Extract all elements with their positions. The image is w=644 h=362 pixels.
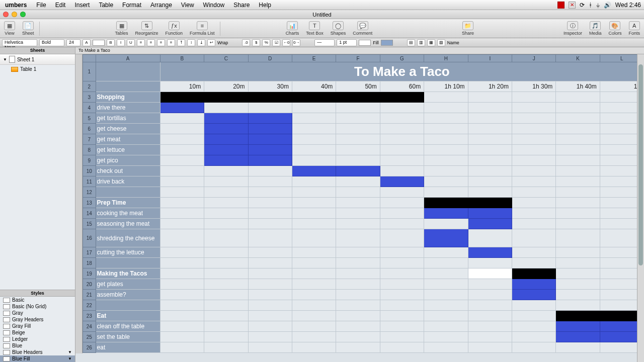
menu-window[interactable]: Window [199,2,229,9]
row-header-7[interactable]: 7 [83,134,96,145]
col-header-K[interactable]: K [556,55,600,62]
data-table[interactable]: ABCDEFGHIJKL1To Make a Taco210m20m30m40m… [83,54,644,353]
cell[interactable] [556,279,600,290]
cell[interactable] [468,219,512,229]
cell[interactable] [424,208,468,219]
style-row[interactable]: Blue Headers▼ [0,349,75,355]
chevron-down-icon[interactable]: ▼ [68,350,72,354]
row-header-10[interactable]: 10 [83,166,96,176]
cell[interactable] [336,279,380,290]
cell[interactable] [380,219,424,229]
align-center-button[interactable]: ≡ [147,39,155,46]
row-header-16[interactable]: 16 [83,229,96,247]
cell[interactable] [160,113,204,124]
row-header-14[interactable]: 14 [83,208,96,219]
row-header-5[interactable]: 5 [83,113,96,124]
cell[interactable] [512,219,555,229]
sync-icon[interactable]: ⟳ [580,2,585,9]
cell[interactable] [292,198,336,208]
cell[interactable] [160,219,204,229]
menu-edit[interactable]: Edit [51,2,70,9]
cell[interactable] [424,124,468,134]
time-header-cell[interactable]: 30m [248,81,292,92]
cell[interactable] [248,103,292,113]
row-header-15[interactable]: 15 [83,219,96,229]
row-label-cell[interactable]: assemble? [96,290,160,300]
cell[interactable] [292,145,336,155]
colors-button[interactable]: 🎨Colors [608,21,621,36]
underline-button[interactable]: U [127,39,135,46]
align-right-button[interactable]: ≡ [157,39,165,46]
cell[interactable] [204,229,248,247]
row-label-cell[interactable]: get tortillas [96,113,160,124]
cell[interactable] [292,321,336,332]
cell[interactable] [336,198,380,208]
stroke-color-swatch[interactable] [359,40,371,46]
cell[interactable] [248,208,292,219]
cell[interactable] [556,342,600,353]
table-handle[interactable] [75,54,83,353]
cell[interactable] [380,300,424,311]
time-header-cell[interactable]: 50m [336,81,380,92]
row-label-cell[interactable] [96,258,160,268]
cell[interactable] [424,342,468,353]
cell[interactable] [160,311,204,321]
col-header-B[interactable]: B [160,55,204,62]
cell[interactable] [160,279,204,290]
textbox-button[interactable]: TText Box [306,21,324,36]
cell[interactable] [468,258,512,268]
cell[interactable] [160,229,204,247]
style-row[interactable]: Basic [0,297,75,303]
cell[interactable] [424,300,468,311]
col-header-H[interactable]: H [424,55,468,62]
cell[interactable] [204,258,248,268]
cell[interactable] [160,247,204,258]
cell[interactable] [556,247,600,258]
menu-help[interactable]: Help [254,2,276,9]
cell[interactable] [204,208,248,219]
cell[interactable] [468,187,512,198]
cell[interactable] [512,300,555,311]
cell[interactable] [204,219,248,229]
bold-button[interactable]: B [107,39,115,46]
cell[interactable] [556,332,600,342]
zoom-button[interactable] [20,12,26,17]
cell[interactable] [160,145,204,155]
row-header-21[interactable]: 21 [83,290,96,300]
time-header-cell[interactable]: 1h 40m [556,81,600,92]
cell[interactable] [248,113,292,124]
volume-icon[interactable]: 🔊 [604,2,611,9]
font-family-select[interactable]: Helvetica Neue [2,39,37,46]
cell[interactable] [424,145,468,155]
close-button[interactable] [3,12,9,17]
sheet-button[interactable]: 📄Sheet [22,21,34,36]
time-header-cell[interactable]: 1h 30m [512,81,555,92]
cell[interactable] [204,92,248,103]
cell[interactable] [248,145,292,155]
row-label-cell[interactable] [96,300,160,311]
cell[interactable] [556,92,600,103]
cell[interactable] [248,198,292,208]
cell[interactable] [380,92,424,103]
cell[interactable] [292,113,336,124]
cell[interactable] [292,247,336,258]
cell[interactable] [512,279,555,290]
cell[interactable] [468,342,512,353]
cell[interactable] [468,134,512,145]
cell[interactable] [204,166,248,176]
cell[interactable] [512,155,555,166]
fmt-dec-less-button[interactable]: ←0 [282,39,290,46]
app-menu[interactable]: umbers [0,2,32,9]
header-col-button[interactable]: ▥ [417,39,425,46]
header-row-button[interactable]: ▤ [407,39,415,46]
title-cell[interactable]: To Make a Taco [160,62,643,81]
valign-bot-button[interactable]: ⤓ [197,39,205,46]
row-header-12[interactable]: 12 [83,187,96,198]
status-red-icon[interactable] [557,2,565,9]
cell[interactable] [556,113,600,124]
cell[interactable] [556,103,600,113]
cell[interactable] [380,311,424,321]
cell[interactable] [248,124,292,134]
cell[interactable] [248,134,292,145]
fonts-button[interactable]: AFonts [628,21,640,36]
